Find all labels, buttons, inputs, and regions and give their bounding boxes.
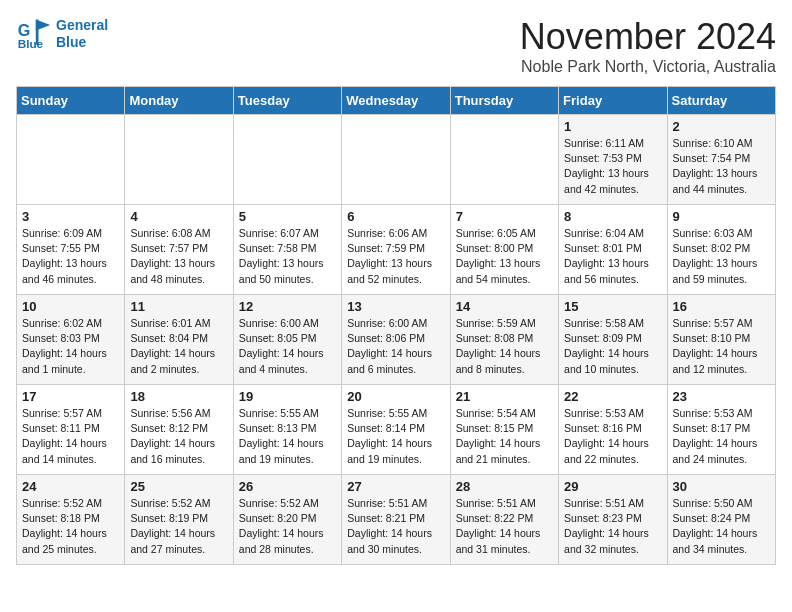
day-number: 23: [673, 389, 770, 404]
logo-text: General Blue: [56, 17, 108, 51]
day-cell: 12Sunrise: 6:00 AM Sunset: 8:05 PM Dayli…: [233, 295, 341, 385]
day-info: Sunrise: 5:50 AM Sunset: 8:24 PM Dayligh…: [673, 496, 770, 557]
day-number: 21: [456, 389, 553, 404]
day-info: Sunrise: 5:59 AM Sunset: 8:08 PM Dayligh…: [456, 316, 553, 377]
month-title: November 2024: [520, 16, 776, 58]
day-number: 6: [347, 209, 444, 224]
weekday-header-tuesday: Tuesday: [233, 87, 341, 115]
weekday-header-saturday: Saturday: [667, 87, 775, 115]
day-cell: [342, 115, 450, 205]
weekday-header-monday: Monday: [125, 87, 233, 115]
day-cell: 7Sunrise: 6:05 AM Sunset: 8:00 PM Daylig…: [450, 205, 558, 295]
day-cell: 21Sunrise: 5:54 AM Sunset: 8:15 PM Dayli…: [450, 385, 558, 475]
day-info: Sunrise: 6:01 AM Sunset: 8:04 PM Dayligh…: [130, 316, 227, 377]
day-info: Sunrise: 5:57 AM Sunset: 8:11 PM Dayligh…: [22, 406, 119, 467]
day-cell: 22Sunrise: 5:53 AM Sunset: 8:16 PM Dayli…: [559, 385, 667, 475]
weekday-header-row: SundayMondayTuesdayWednesdayThursdayFrid…: [17, 87, 776, 115]
day-number: 18: [130, 389, 227, 404]
day-cell: 3Sunrise: 6:09 AM Sunset: 7:55 PM Daylig…: [17, 205, 125, 295]
weekday-header-wednesday: Wednesday: [342, 87, 450, 115]
day-number: 9: [673, 209, 770, 224]
weekday-header-thursday: Thursday: [450, 87, 558, 115]
day-number: 1: [564, 119, 661, 134]
day-cell: 24Sunrise: 5:52 AM Sunset: 8:18 PM Dayli…: [17, 475, 125, 565]
day-number: 29: [564, 479, 661, 494]
location-title: Noble Park North, Victoria, Australia: [520, 58, 776, 76]
day-info: Sunrise: 6:07 AM Sunset: 7:58 PM Dayligh…: [239, 226, 336, 287]
day-cell: 27Sunrise: 5:51 AM Sunset: 8:21 PM Dayli…: [342, 475, 450, 565]
day-number: 5: [239, 209, 336, 224]
day-number: 17: [22, 389, 119, 404]
day-info: Sunrise: 6:09 AM Sunset: 7:55 PM Dayligh…: [22, 226, 119, 287]
day-cell: [450, 115, 558, 205]
day-info: Sunrise: 6:04 AM Sunset: 8:01 PM Dayligh…: [564, 226, 661, 287]
day-number: 2: [673, 119, 770, 134]
day-info: Sunrise: 5:54 AM Sunset: 8:15 PM Dayligh…: [456, 406, 553, 467]
day-number: 10: [22, 299, 119, 314]
day-number: 19: [239, 389, 336, 404]
day-cell: 6Sunrise: 6:06 AM Sunset: 7:59 PM Daylig…: [342, 205, 450, 295]
day-number: 22: [564, 389, 661, 404]
day-cell: 11Sunrise: 6:01 AM Sunset: 8:04 PM Dayli…: [125, 295, 233, 385]
day-info: Sunrise: 6:05 AM Sunset: 8:00 PM Dayligh…: [456, 226, 553, 287]
day-number: 27: [347, 479, 444, 494]
title-block: November 2024 Noble Park North, Victoria…: [520, 16, 776, 76]
day-info: Sunrise: 5:53 AM Sunset: 8:17 PM Dayligh…: [673, 406, 770, 467]
day-cell: 18Sunrise: 5:56 AM Sunset: 8:12 PM Dayli…: [125, 385, 233, 475]
day-cell: [233, 115, 341, 205]
day-cell: 30Sunrise: 5:50 AM Sunset: 8:24 PM Dayli…: [667, 475, 775, 565]
day-info: Sunrise: 5:51 AM Sunset: 8:23 PM Dayligh…: [564, 496, 661, 557]
day-info: Sunrise: 5:52 AM Sunset: 8:18 PM Dayligh…: [22, 496, 119, 557]
week-row-5: 24Sunrise: 5:52 AM Sunset: 8:18 PM Dayli…: [17, 475, 776, 565]
day-cell: 1Sunrise: 6:11 AM Sunset: 7:53 PM Daylig…: [559, 115, 667, 205]
day-cell: 17Sunrise: 5:57 AM Sunset: 8:11 PM Dayli…: [17, 385, 125, 475]
day-number: 28: [456, 479, 553, 494]
day-cell: 28Sunrise: 5:51 AM Sunset: 8:22 PM Dayli…: [450, 475, 558, 565]
day-cell: 4Sunrise: 6:08 AM Sunset: 7:57 PM Daylig…: [125, 205, 233, 295]
day-cell: [125, 115, 233, 205]
day-info: Sunrise: 6:02 AM Sunset: 8:03 PM Dayligh…: [22, 316, 119, 377]
day-info: Sunrise: 5:55 AM Sunset: 8:13 PM Dayligh…: [239, 406, 336, 467]
day-info: Sunrise: 6:03 AM Sunset: 8:02 PM Dayligh…: [673, 226, 770, 287]
day-info: Sunrise: 5:56 AM Sunset: 8:12 PM Dayligh…: [130, 406, 227, 467]
day-info: Sunrise: 5:55 AM Sunset: 8:14 PM Dayligh…: [347, 406, 444, 467]
day-cell: 25Sunrise: 5:52 AM Sunset: 8:19 PM Dayli…: [125, 475, 233, 565]
week-row-4: 17Sunrise: 5:57 AM Sunset: 8:11 PM Dayli…: [17, 385, 776, 475]
logo-icon: G Blue: [16, 16, 52, 52]
day-number: 16: [673, 299, 770, 314]
week-row-2: 3Sunrise: 6:09 AM Sunset: 7:55 PM Daylig…: [17, 205, 776, 295]
day-cell: 16Sunrise: 5:57 AM Sunset: 8:10 PM Dayli…: [667, 295, 775, 385]
day-info: Sunrise: 5:52 AM Sunset: 8:19 PM Dayligh…: [130, 496, 227, 557]
day-cell: 14Sunrise: 5:59 AM Sunset: 8:08 PM Dayli…: [450, 295, 558, 385]
week-row-1: 1Sunrise: 6:11 AM Sunset: 7:53 PM Daylig…: [17, 115, 776, 205]
day-cell: 5Sunrise: 6:07 AM Sunset: 7:58 PM Daylig…: [233, 205, 341, 295]
day-info: Sunrise: 5:51 AM Sunset: 8:22 PM Dayligh…: [456, 496, 553, 557]
weekday-header-sunday: Sunday: [17, 87, 125, 115]
day-cell: 19Sunrise: 5:55 AM Sunset: 8:13 PM Dayli…: [233, 385, 341, 475]
day-info: Sunrise: 5:57 AM Sunset: 8:10 PM Dayligh…: [673, 316, 770, 377]
day-number: 13: [347, 299, 444, 314]
svg-text:Blue: Blue: [18, 37, 44, 50]
day-number: 8: [564, 209, 661, 224]
weekday-header-friday: Friday: [559, 87, 667, 115]
day-cell: 8Sunrise: 6:04 AM Sunset: 8:01 PM Daylig…: [559, 205, 667, 295]
day-cell: 23Sunrise: 5:53 AM Sunset: 8:17 PM Dayli…: [667, 385, 775, 475]
day-info: Sunrise: 6:06 AM Sunset: 7:59 PM Dayligh…: [347, 226, 444, 287]
day-info: Sunrise: 5:53 AM Sunset: 8:16 PM Dayligh…: [564, 406, 661, 467]
day-info: Sunrise: 6:10 AM Sunset: 7:54 PM Dayligh…: [673, 136, 770, 197]
day-number: 4: [130, 209, 227, 224]
day-number: 14: [456, 299, 553, 314]
page-header: G Blue General Blue November 2024 Noble …: [16, 16, 776, 76]
calendar-table: SundayMondayTuesdayWednesdayThursdayFrid…: [16, 86, 776, 565]
day-number: 15: [564, 299, 661, 314]
week-row-3: 10Sunrise: 6:02 AM Sunset: 8:03 PM Dayli…: [17, 295, 776, 385]
svg-text:G: G: [18, 21, 31, 39]
day-number: 7: [456, 209, 553, 224]
day-cell: 10Sunrise: 6:02 AM Sunset: 8:03 PM Dayli…: [17, 295, 125, 385]
day-info: Sunrise: 6:00 AM Sunset: 8:05 PM Dayligh…: [239, 316, 336, 377]
day-number: 30: [673, 479, 770, 494]
day-number: 25: [130, 479, 227, 494]
day-cell: 9Sunrise: 6:03 AM Sunset: 8:02 PM Daylig…: [667, 205, 775, 295]
day-cell: [17, 115, 125, 205]
day-cell: 15Sunrise: 5:58 AM Sunset: 8:09 PM Dayli…: [559, 295, 667, 385]
